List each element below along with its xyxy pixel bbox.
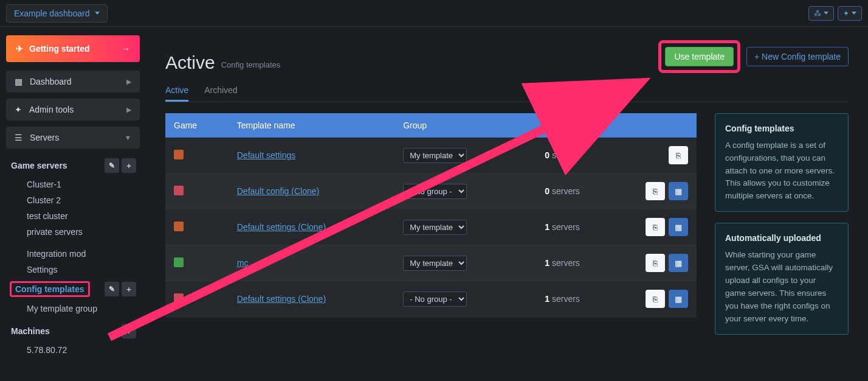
info-card-config-templates: Config templates A config template is a … (715, 113, 849, 212)
group-select[interactable]: - No group -My template (403, 256, 467, 271)
my-template-group-label: My template group (27, 304, 97, 313)
copy-icon[interactable]: ⎘ (669, 146, 688, 164)
sidebar-machines-header: Machines ＋ (6, 320, 140, 342)
template-link[interactable]: mc (237, 258, 249, 268)
highlight-use-template: Use template (658, 40, 740, 73)
chevron-right-icon: ▶ (126, 106, 131, 114)
card2-title: Automatically uploaded (725, 232, 838, 245)
page-title: Active (165, 52, 215, 73)
dashboard-selector[interactable]: Example dashboard (6, 4, 108, 23)
copy-icon[interactable]: ⎘ (646, 218, 665, 236)
translate-icon: ⁂ (814, 9, 821, 18)
group-select[interactable]: - No group -My template (403, 184, 467, 199)
template-link[interactable]: Default settings (237, 150, 296, 160)
copy-icon[interactable]: ⎘ (646, 290, 665, 308)
tab-archived-label: Archived (204, 85, 237, 95)
use-template-label: Use template (674, 52, 724, 61)
sidebar-item[interactable]: Settings (6, 262, 140, 278)
sidebar-my-template-group[interactable]: My template group (6, 301, 140, 316)
copy-icon[interactable]: ⎘ (646, 254, 665, 272)
used-cell: 0 servers (522, 173, 603, 209)
tab-active[interactable]: Active (165, 80, 188, 102)
chevron-down-icon (824, 12, 828, 15)
stack-icon: ☰ (15, 133, 22, 142)
sidebar-servers[interactable]: ☰ Servers ▼ (6, 127, 140, 149)
tab-active-label: Active (165, 85, 188, 95)
new-config-template-label: + New Config template (754, 52, 841, 61)
archive-icon[interactable]: ▦ (669, 290, 688, 308)
grid-icon: ▦ (15, 77, 22, 86)
table-row: mc- No group -My template1 servers⎘▦ (165, 245, 697, 281)
col-group: Group (394, 113, 522, 138)
arrow-right-icon (122, 44, 130, 54)
rocket-icon: ✈ (16, 44, 23, 54)
table-row: Default settings- No group -My template0… (165, 138, 697, 173)
language-button[interactable]: ⁂ (808, 6, 834, 21)
copy-icon[interactable]: ⎘ (646, 182, 665, 200)
templates-table: Game Template name Group Used Default se… (165, 113, 697, 317)
chevron-down-icon (95, 12, 100, 15)
sidebar-cluster-item[interactable]: Cluster 2 (6, 192, 140, 208)
use-template-button[interactable]: Use template (665, 47, 733, 66)
tab-archived[interactable]: Archived (204, 80, 237, 102)
chevron-down-icon (852, 12, 856, 15)
wand-icon: ✦ (843, 9, 849, 18)
template-link[interactable]: Default config (Clone) (237, 186, 319, 196)
sidebar-admin-tools[interactable]: ✦ Admin tools ▶ (6, 99, 140, 121)
sidebar-item[interactable]: Integration mod (6, 246, 140, 262)
page-subtitle: Config templates (221, 60, 281, 73)
sidebar-servers-label: Servers (30, 133, 59, 142)
archive-icon[interactable]: ▦ (669, 218, 688, 236)
new-config-template-button[interactable]: + New Config template (746, 47, 849, 66)
template-link[interactable]: Default settings (Clone) (237, 222, 326, 232)
add-icon[interactable]: ＋ (122, 158, 136, 173)
archive-icon[interactable]: ▦ (669, 182, 688, 200)
game-icon (174, 222, 184, 231)
sidebar-dashboard-label: Dashboard (30, 77, 72, 86)
col-actions (603, 113, 697, 138)
sidebar-cluster-item[interactable]: test cluster (6, 208, 140, 224)
getting-started-label: Getting started (29, 44, 90, 54)
dashboard-name-label: Example dashboard (14, 9, 90, 18)
game-servers-label: Game servers (11, 161, 67, 170)
group-select[interactable]: - No group -My template (403, 148, 467, 163)
sidebar-cluster-item[interactable]: private servers (6, 224, 140, 240)
add-icon[interactable]: ＋ (122, 282, 136, 296)
magic-button[interactable]: ✦ (838, 6, 862, 21)
game-icon (174, 150, 184, 159)
sidebar-dashboard[interactable]: ▦ Dashboard ▶ (6, 71, 140, 93)
archive-icon[interactable]: ▦ (669, 254, 688, 272)
game-icon (174, 257, 184, 267)
machines-label: Machines (11, 326, 50, 336)
used-cell: 1 servers (522, 281, 603, 317)
template-link[interactable]: Default settings (Clone) (237, 294, 326, 304)
game-icon (174, 293, 184, 303)
sidebar-config-templates[interactable]: Config templates (10, 281, 90, 297)
used-cell: 1 servers (522, 245, 603, 281)
add-icon[interactable]: ＋ (122, 324, 136, 338)
machine-ip-label: 5.78.80.72 (27, 345, 67, 355)
table-row: Default config (Clone)- No group -My tem… (165, 173, 697, 209)
edit-icon[interactable]: ✎ (105, 158, 119, 173)
getting-started-button[interactable]: ✈ Getting started (6, 35, 140, 62)
config-templates-label: Config templates (15, 284, 84, 294)
edit-icon[interactable]: ✎ (105, 282, 119, 296)
col-name: Template name (229, 113, 394, 138)
chevron-down-icon: ▼ (125, 134, 131, 141)
sidebar-cluster-item[interactable]: Cluster-1 (6, 177, 140, 192)
group-select[interactable]: - No group -My template (403, 220, 467, 235)
card2-body: While starting your game server, GSA wil… (725, 249, 838, 326)
table-row: Default settings (Clone)- No group -My t… (165, 209, 697, 245)
tools-icon: ✦ (15, 105, 22, 114)
info-card-auto-upload: Automatically uploaded While starting yo… (715, 223, 849, 334)
table-row: Default settings (Clone)- No group -My t… (165, 281, 697, 317)
sidebar-config-templates-row: Config templates ✎ ＋ (6, 278, 140, 301)
used-cell: 1 servers (522, 209, 603, 245)
used-cell: 0 servers (522, 138, 603, 173)
game-icon (174, 186, 184, 195)
card1-body: A config template is a set of configurat… (725, 139, 838, 203)
sidebar: ✈ Getting started ▦ Dashboard ▶ ✦ Admin … (0, 27, 146, 381)
card1-title: Config templates (725, 122, 838, 136)
sidebar-machine-item[interactable]: 5.78.80.72 (6, 342, 140, 358)
group-select[interactable]: - No group -My template (403, 292, 467, 307)
